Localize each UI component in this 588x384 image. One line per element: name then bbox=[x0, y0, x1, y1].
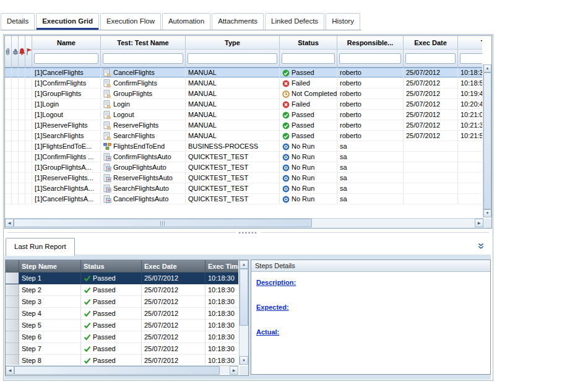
panel-splitter[interactable]: •••••• bbox=[4, 230, 493, 236]
tab-execution-flow[interactable]: Execution Flow bbox=[100, 13, 161, 30]
tab-execution-grid[interactable]: Execution Grid bbox=[36, 13, 99, 30]
row-selector-cell[interactable] bbox=[6, 273, 19, 284]
grid-vertical-scrollbar[interactable]: ▲ ▼ bbox=[483, 64, 491, 217]
indicator-column-linked-defects-icon[interactable] bbox=[12, 36, 19, 68]
test-instance-row[interactable]: [1]ConfirmFlights ...ConfirmFlightsAutoQ… bbox=[5, 152, 482, 162]
test-instance-row[interactable]: [1]GroupFlightsGroupFlightsMANUALNot Com… bbox=[5, 89, 482, 99]
collapse-chevron-icon[interactable] bbox=[477, 243, 486, 250]
tab-automation[interactable]: Automation bbox=[162, 13, 210, 30]
tab-attachments[interactable]: Attachments bbox=[212, 13, 264, 30]
exec-date-cell: 25/07/2012 bbox=[404, 68, 458, 78]
step-row[interactable]: Step 1Passed25/07/201210:18:30 bbox=[6, 273, 238, 284]
step-row[interactable]: Step 3Passed25/07/201210:18:30 bbox=[6, 296, 238, 308]
step-row[interactable]: Step 8Passed25/07/201210:18:30 bbox=[6, 355, 238, 365]
test-instance-row[interactable]: [1]SearchFlightsSearchFlightsMANUALPasse… bbox=[5, 131, 482, 141]
step-column-header-exec-time[interactable]: Exec Time bbox=[205, 260, 238, 273]
row-selector-cell[interactable] bbox=[6, 331, 19, 343]
column-header-time[interactable]: Time bbox=[458, 36, 482, 50]
exec-time-cell bbox=[458, 194, 482, 204]
test-instance-row[interactable]: [1]LoginLoginMANUALFailedroberto25/07/20… bbox=[5, 99, 482, 110]
step-exec-time-cell: 10:18:30 bbox=[205, 308, 238, 320]
splitter-grip-icon[interactable]: •••••• bbox=[236, 230, 261, 236]
test-type-cell: MANUAL bbox=[186, 68, 280, 78]
indicator-column-alert-icon[interactable] bbox=[19, 36, 25, 68]
filter-input-type[interactable] bbox=[188, 53, 277, 64]
step-row[interactable]: Step 2Passed25/07/201210:18:30 bbox=[6, 284, 238, 296]
filter-input-test-test-name[interactable] bbox=[103, 53, 183, 64]
steps-vertical-scrollbar[interactable]: ▲ ▼ bbox=[239, 260, 248, 365]
execution-grid-viewport: NameTest: Test NameTypeStatusResponsible… bbox=[5, 36, 482, 217]
indicator-cell bbox=[5, 89, 12, 99]
test-instance-row[interactable]: [1]SearchFlightsA...SearchFlightsAutoQUI… bbox=[5, 183, 482, 194]
step-column-header-status[interactable]: Status bbox=[81, 260, 142, 273]
filter-input-name[interactable] bbox=[34, 53, 98, 64]
column-header-status[interactable]: Status bbox=[280, 36, 337, 50]
step-row[interactable]: Step 6Passed25/07/201210:18:30 bbox=[6, 331, 238, 343]
test-instance-row[interactable]: [1]LogoutLogoutMANUALPassedroberto25/07/… bbox=[5, 110, 482, 120]
step-exec-date-cell: 25/07/2012 bbox=[142, 355, 205, 365]
scroll-left-button[interactable]: ◀ bbox=[6, 366, 14, 375]
responsible-cell: sa bbox=[337, 152, 404, 162]
step-row[interactable]: Step 4Passed25/07/201210:18:30 bbox=[6, 308, 238, 320]
exec-time-cell bbox=[458, 152, 482, 162]
expected-link[interactable]: Expected: bbox=[256, 303, 289, 311]
actual-link[interactable]: Actual: bbox=[256, 328, 279, 336]
test-instance-row[interactable]: [1]CancelFlightsA...CancelFlightsAutoQUI… bbox=[5, 194, 482, 204]
filter-input-exec-date[interactable] bbox=[405, 53, 456, 64]
step-name-cell: Step 5 bbox=[19, 320, 81, 331]
row-selector-cell[interactable] bbox=[6, 320, 19, 331]
responsible-cell: sa bbox=[337, 183, 404, 194]
tab-linked-defects[interactable]: Linked Defects bbox=[265, 13, 324, 30]
test-instance-row[interactable]: [1]FlightsEndToE...FlightsEndToEndBUSINE… bbox=[5, 141, 482, 152]
filter-input-responsible[interactable] bbox=[339, 53, 401, 64]
row-selector-cell[interactable] bbox=[6, 308, 19, 320]
filter-input-status[interactable] bbox=[282, 53, 335, 64]
scroll-left-button[interactable]: ◀ bbox=[5, 219, 14, 227]
scroll-down-button[interactable]: ▼ bbox=[240, 356, 248, 365]
scroll-down-button[interactable]: ▼ bbox=[483, 209, 491, 217]
row-selector-cell[interactable] bbox=[6, 296, 19, 308]
step-column-header-step-name[interactable]: Step Name bbox=[19, 260, 81, 273]
row-selector-cell[interactable] bbox=[6, 355, 19, 365]
column-header-type[interactable]: Type bbox=[186, 36, 280, 50]
steps-horizontal-scrollbar[interactable]: ◀ ▶ bbox=[6, 365, 238, 375]
scroll-thumb-grip bbox=[160, 221, 165, 226]
grid-hscroll-thumb[interactable] bbox=[14, 219, 312, 227]
test-instance-row[interactable]: [1]CancelFlightsCancelFlightsMANUALPasse… bbox=[5, 68, 482, 78]
step-column-header-exec-date[interactable]: Exec Date bbox=[142, 260, 205, 273]
filter-input-time[interactable] bbox=[460, 53, 482, 64]
column-header-responsible[interactable]: Responsible... bbox=[337, 36, 404, 50]
tab-history[interactable]: History bbox=[326, 13, 360, 30]
steps-vscroll-thumb[interactable] bbox=[240, 269, 248, 326]
step-passed-icon bbox=[84, 322, 91, 329]
indicator-column-attachment-icon[interactable] bbox=[5, 36, 12, 68]
scroll-up-button[interactable]: ▲ bbox=[483, 64, 491, 72]
tab-last-run-report[interactable]: Last Run Report bbox=[6, 238, 75, 256]
test-instance-row[interactable]: [1]GroupFlightsA...GroupFlightsAutoQUICK… bbox=[5, 162, 482, 173]
step-status-cell: Passed bbox=[81, 308, 142, 320]
tab-details[interactable]: Details bbox=[1, 13, 35, 30]
exec-time-cell bbox=[458, 141, 482, 152]
row-selector-cell[interactable] bbox=[6, 343, 19, 355]
test-instance-row[interactable]: [1]ConfirmFlightsConfirmFlightsMANUALFai… bbox=[5, 78, 482, 89]
row-selector-cell[interactable] bbox=[6, 284, 19, 296]
column-header-test-test-name[interactable]: Test: Test Name bbox=[101, 36, 186, 50]
step-passed-icon bbox=[84, 310, 91, 317]
responsible-cell: roberto bbox=[337, 110, 404, 120]
step-exec-time-cell: 10:18:30 bbox=[205, 331, 238, 343]
status-not-completed-icon bbox=[282, 90, 290, 98]
column-header-name[interactable]: Name bbox=[32, 36, 101, 50]
steps-hscroll-thumb[interactable] bbox=[14, 366, 220, 375]
step-row[interactable]: Step 7Passed25/07/201210:18:30 bbox=[6, 343, 238, 355]
test-instance-row[interactable]: [1]ReserveFlights...ReserveFlightsAutoQU… bbox=[5, 173, 482, 183]
description-link[interactable]: Description: bbox=[256, 279, 296, 286]
indicator-column-followup-flag-icon[interactable] bbox=[25, 36, 32, 68]
scroll-right-button[interactable]: ▶ bbox=[475, 219, 483, 227]
step-row[interactable]: Step 5Passed25/07/201210:18:30 bbox=[6, 320, 238, 331]
grid-horizontal-scrollbar[interactable]: ◀ ▶ bbox=[5, 218, 483, 228]
test-instance-row[interactable]: [1]ReserveFlightsReserveFlightsMANUALPas… bbox=[5, 120, 482, 131]
grid-vscroll-thumb[interactable] bbox=[483, 72, 491, 209]
column-header-exec-date[interactable]: Exec Date bbox=[404, 36, 458, 50]
scroll-right-button[interactable]: ▶ bbox=[230, 366, 238, 375]
scroll-up-button[interactable]: ▲ bbox=[240, 260, 248, 269]
